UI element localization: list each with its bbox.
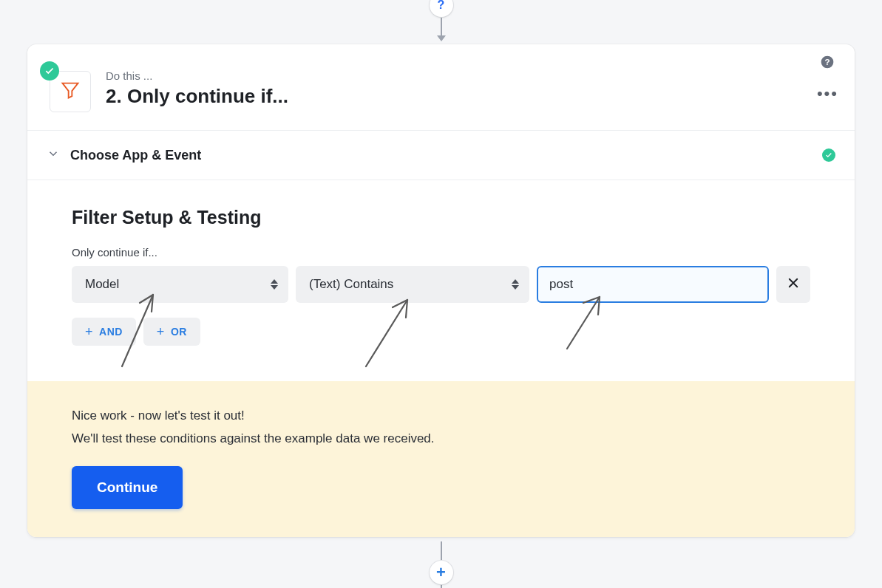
svg-text:?: ? — [825, 57, 830, 66]
connector-arrowhead — [437, 35, 446, 41]
and-label: AND — [99, 326, 123, 338]
sort-caret-icon — [271, 279, 278, 290]
continue-button[interactable]: Continue — [72, 466, 183, 509]
filter-icon — [60, 80, 81, 103]
step-eyebrow: Do this ... — [106, 69, 288, 82]
and-button[interactable]: + AND — [72, 318, 136, 346]
plus-icon: + — [85, 324, 93, 340]
plus-icon: + — [157, 324, 165, 340]
add-step-button[interactable]: + — [430, 561, 453, 584]
accordion-title: Choose App & Event — [70, 148, 201, 163]
test-line-1: Nice work - now let's test it out! — [72, 405, 810, 428]
step-header: Do this ... 2. Only continue if... ? ••• — [27, 44, 855, 130]
or-label: OR — [171, 326, 187, 338]
or-button[interactable]: + OR — [143, 318, 200, 346]
status-success-badge — [40, 61, 59, 81]
condition-label: Only continue if... — [72, 246, 810, 259]
operator-select-value: (Text) Contains — [309, 277, 393, 292]
accordion-left: Choose App & Event — [47, 147, 201, 163]
header-titles: Do this ... 2. Only continue if... — [106, 59, 288, 108]
operator-select[interactable]: (Text) Contains — [296, 266, 529, 303]
header-actions: ? ••• — [817, 55, 838, 102]
step-app-icon-wrap — [38, 59, 94, 115]
choose-app-event-row[interactable]: Choose App & Event — [27, 130, 855, 180]
test-panel: Nice work - now let's test it out! We'll… — [27, 381, 855, 537]
step-title: 2. Only continue if... — [106, 85, 288, 108]
filter-condition-row: Model (Text) Contains — [72, 266, 810, 303]
remove-condition-button[interactable] — [776, 266, 810, 303]
close-icon — [787, 275, 800, 294]
value-input[interactable] — [537, 266, 769, 303]
section-title: Filter Setup & Testing — [72, 207, 810, 228]
filter-setup-section: Filter Setup & Testing Only continue if.… — [27, 180, 855, 381]
chevron-down-icon — [47, 147, 60, 163]
more-menu-icon[interactable]: ••• — [817, 86, 838, 102]
accordion-status-check — [822, 148, 835, 162]
sort-caret-icon — [512, 279, 519, 290]
connector-node-top[interactable]: ? — [430, 0, 453, 17]
field-select[interactable]: Model — [72, 266, 288, 303]
field-select-value: Model — [85, 277, 119, 292]
logic-buttons: + AND + OR — [72, 318, 810, 346]
help-icon[interactable]: ? — [820, 55, 835, 72]
step-card: Do this ... 2. Only continue if... ? •••… — [27, 44, 855, 537]
plus-icon: + — [436, 564, 446, 581]
test-line-2: We'll test these conditions against the … — [72, 428, 810, 451]
